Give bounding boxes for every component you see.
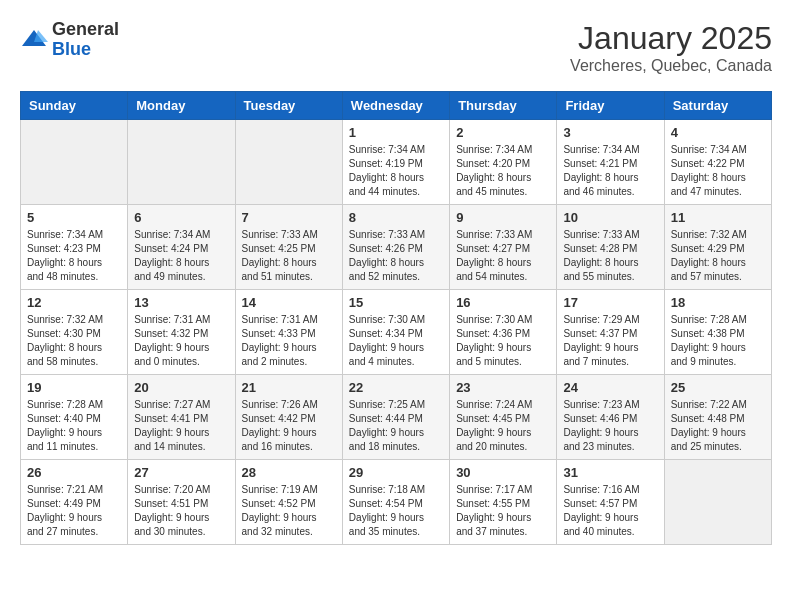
- day-number: 13: [134, 295, 228, 310]
- weekday-header-row: SundayMondayTuesdayWednesdayThursdayFrid…: [21, 92, 772, 120]
- day-info: Sunrise: 7:30 AM Sunset: 4:36 PM Dayligh…: [456, 313, 550, 369]
- month-year-title: January 2025: [570, 20, 772, 57]
- day-info: Sunrise: 7:28 AM Sunset: 4:38 PM Dayligh…: [671, 313, 765, 369]
- calendar-cell: 7Sunrise: 7:33 AM Sunset: 4:25 PM Daylig…: [235, 205, 342, 290]
- day-info: Sunrise: 7:34 AM Sunset: 4:23 PM Dayligh…: [27, 228, 121, 284]
- calendar-cell: 31Sunrise: 7:16 AM Sunset: 4:57 PM Dayli…: [557, 460, 664, 545]
- calendar-cell: 6Sunrise: 7:34 AM Sunset: 4:24 PM Daylig…: [128, 205, 235, 290]
- calendar-cell: [664, 460, 771, 545]
- calendar-week-3: 12Sunrise: 7:32 AM Sunset: 4:30 PM Dayli…: [21, 290, 772, 375]
- day-info: Sunrise: 7:29 AM Sunset: 4:37 PM Dayligh…: [563, 313, 657, 369]
- day-info: Sunrise: 7:18 AM Sunset: 4:54 PM Dayligh…: [349, 483, 443, 539]
- calendar-cell: 26Sunrise: 7:21 AM Sunset: 4:49 PM Dayli…: [21, 460, 128, 545]
- calendar-cell: 9Sunrise: 7:33 AM Sunset: 4:27 PM Daylig…: [450, 205, 557, 290]
- day-number: 6: [134, 210, 228, 225]
- calendar-cell: 27Sunrise: 7:20 AM Sunset: 4:51 PM Dayli…: [128, 460, 235, 545]
- calendar-cell: 22Sunrise: 7:25 AM Sunset: 4:44 PM Dayli…: [342, 375, 449, 460]
- day-number: 10: [563, 210, 657, 225]
- calendar-cell: 21Sunrise: 7:26 AM Sunset: 4:42 PM Dayli…: [235, 375, 342, 460]
- day-info: Sunrise: 7:17 AM Sunset: 4:55 PM Dayligh…: [456, 483, 550, 539]
- day-number: 26: [27, 465, 121, 480]
- day-info: Sunrise: 7:19 AM Sunset: 4:52 PM Dayligh…: [242, 483, 336, 539]
- weekday-header-thursday: Thursday: [450, 92, 557, 120]
- day-info: Sunrise: 7:26 AM Sunset: 4:42 PM Dayligh…: [242, 398, 336, 454]
- day-number: 19: [27, 380, 121, 395]
- calendar-week-4: 19Sunrise: 7:28 AM Sunset: 4:40 PM Dayli…: [21, 375, 772, 460]
- day-number: 5: [27, 210, 121, 225]
- day-number: 20: [134, 380, 228, 395]
- calendar-cell: 29Sunrise: 7:18 AM Sunset: 4:54 PM Dayli…: [342, 460, 449, 545]
- day-number: 11: [671, 210, 765, 225]
- day-number: 22: [349, 380, 443, 395]
- day-info: Sunrise: 7:34 AM Sunset: 4:19 PM Dayligh…: [349, 143, 443, 199]
- calendar-cell: 4Sunrise: 7:34 AM Sunset: 4:22 PM Daylig…: [664, 120, 771, 205]
- calendar-week-1: 1Sunrise: 7:34 AM Sunset: 4:19 PM Daylig…: [21, 120, 772, 205]
- day-info: Sunrise: 7:32 AM Sunset: 4:29 PM Dayligh…: [671, 228, 765, 284]
- calendar-cell: 24Sunrise: 7:23 AM Sunset: 4:46 PM Dayli…: [557, 375, 664, 460]
- day-info: Sunrise: 7:25 AM Sunset: 4:44 PM Dayligh…: [349, 398, 443, 454]
- logo-icon: [20, 26, 48, 54]
- logo-text: General Blue: [52, 20, 119, 60]
- calendar-cell: 30Sunrise: 7:17 AM Sunset: 4:55 PM Dayli…: [450, 460, 557, 545]
- day-number: 1: [349, 125, 443, 140]
- day-info: Sunrise: 7:32 AM Sunset: 4:30 PM Dayligh…: [27, 313, 121, 369]
- day-number: 30: [456, 465, 550, 480]
- day-info: Sunrise: 7:33 AM Sunset: 4:27 PM Dayligh…: [456, 228, 550, 284]
- calendar-week-2: 5Sunrise: 7:34 AM Sunset: 4:23 PM Daylig…: [21, 205, 772, 290]
- day-number: 29: [349, 465, 443, 480]
- calendar-cell: 2Sunrise: 7:34 AM Sunset: 4:20 PM Daylig…: [450, 120, 557, 205]
- day-number: 3: [563, 125, 657, 140]
- day-number: 18: [671, 295, 765, 310]
- weekday-header-sunday: Sunday: [21, 92, 128, 120]
- day-info: Sunrise: 7:33 AM Sunset: 4:26 PM Dayligh…: [349, 228, 443, 284]
- day-info: Sunrise: 7:33 AM Sunset: 4:28 PM Dayligh…: [563, 228, 657, 284]
- calendar-cell: 23Sunrise: 7:24 AM Sunset: 4:45 PM Dayli…: [450, 375, 557, 460]
- day-number: 23: [456, 380, 550, 395]
- logo-general: General: [52, 19, 119, 39]
- page-header: General Blue January 2025 Vercheres, Que…: [20, 20, 772, 75]
- calendar-cell: 14Sunrise: 7:31 AM Sunset: 4:33 PM Dayli…: [235, 290, 342, 375]
- day-info: Sunrise: 7:28 AM Sunset: 4:40 PM Dayligh…: [27, 398, 121, 454]
- day-number: 15: [349, 295, 443, 310]
- calendar-cell: [128, 120, 235, 205]
- calendar-cell: [235, 120, 342, 205]
- calendar-cell: 16Sunrise: 7:30 AM Sunset: 4:36 PM Dayli…: [450, 290, 557, 375]
- weekday-header-tuesday: Tuesday: [235, 92, 342, 120]
- day-number: 2: [456, 125, 550, 140]
- calendar-cell: 20Sunrise: 7:27 AM Sunset: 4:41 PM Dayli…: [128, 375, 235, 460]
- calendar-cell: 19Sunrise: 7:28 AM Sunset: 4:40 PM Dayli…: [21, 375, 128, 460]
- calendar-cell: 5Sunrise: 7:34 AM Sunset: 4:23 PM Daylig…: [21, 205, 128, 290]
- day-info: Sunrise: 7:30 AM Sunset: 4:34 PM Dayligh…: [349, 313, 443, 369]
- calendar-cell: 1Sunrise: 7:34 AM Sunset: 4:19 PM Daylig…: [342, 120, 449, 205]
- day-number: 25: [671, 380, 765, 395]
- calendar-cell: [21, 120, 128, 205]
- day-number: 21: [242, 380, 336, 395]
- day-number: 7: [242, 210, 336, 225]
- calendar-cell: 8Sunrise: 7:33 AM Sunset: 4:26 PM Daylig…: [342, 205, 449, 290]
- location-subtitle: Vercheres, Quebec, Canada: [570, 57, 772, 75]
- day-info: Sunrise: 7:34 AM Sunset: 4:22 PM Dayligh…: [671, 143, 765, 199]
- day-number: 27: [134, 465, 228, 480]
- calendar-cell: 17Sunrise: 7:29 AM Sunset: 4:37 PM Dayli…: [557, 290, 664, 375]
- calendar-week-5: 26Sunrise: 7:21 AM Sunset: 4:49 PM Dayli…: [21, 460, 772, 545]
- day-number: 8: [349, 210, 443, 225]
- day-number: 17: [563, 295, 657, 310]
- weekday-header-friday: Friday: [557, 92, 664, 120]
- calendar-table: SundayMondayTuesdayWednesdayThursdayFrid…: [20, 91, 772, 545]
- day-number: 9: [456, 210, 550, 225]
- day-info: Sunrise: 7:24 AM Sunset: 4:45 PM Dayligh…: [456, 398, 550, 454]
- calendar-cell: 15Sunrise: 7:30 AM Sunset: 4:34 PM Dayli…: [342, 290, 449, 375]
- weekday-header-monday: Monday: [128, 92, 235, 120]
- day-number: 16: [456, 295, 550, 310]
- day-info: Sunrise: 7:21 AM Sunset: 4:49 PM Dayligh…: [27, 483, 121, 539]
- day-info: Sunrise: 7:27 AM Sunset: 4:41 PM Dayligh…: [134, 398, 228, 454]
- day-number: 12: [27, 295, 121, 310]
- calendar-body: 1Sunrise: 7:34 AM Sunset: 4:19 PM Daylig…: [21, 120, 772, 545]
- logo-blue: Blue: [52, 39, 91, 59]
- day-info: Sunrise: 7:31 AM Sunset: 4:32 PM Dayligh…: [134, 313, 228, 369]
- day-info: Sunrise: 7:16 AM Sunset: 4:57 PM Dayligh…: [563, 483, 657, 539]
- day-info: Sunrise: 7:33 AM Sunset: 4:25 PM Dayligh…: [242, 228, 336, 284]
- calendar-cell: 11Sunrise: 7:32 AM Sunset: 4:29 PM Dayli…: [664, 205, 771, 290]
- day-number: 14: [242, 295, 336, 310]
- day-number: 24: [563, 380, 657, 395]
